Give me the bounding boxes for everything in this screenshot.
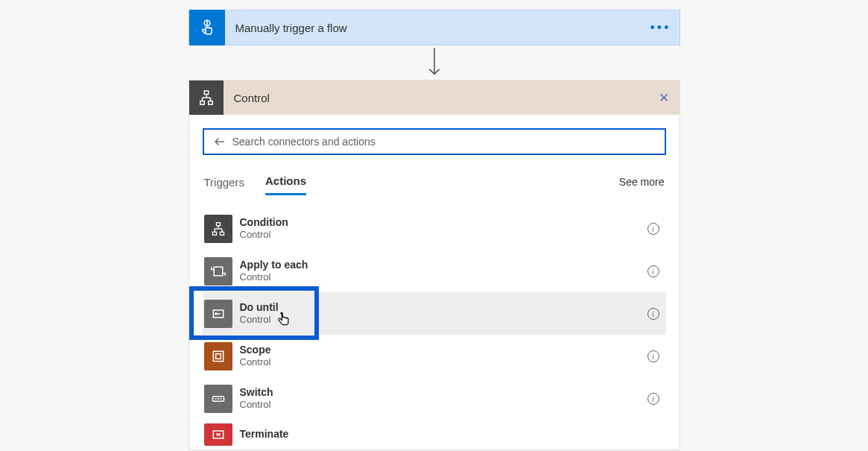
- info-icon[interactable]: i: [642, 307, 665, 321]
- tab-triggers[interactable]: Triggers: [204, 170, 244, 195]
- svg-rect-2: [204, 91, 209, 95]
- switch-icon: [204, 385, 232, 413]
- action-name: Condition: [240, 216, 642, 230]
- action-name: Do until: [240, 301, 642, 315]
- trigger-card[interactable]: Manually trigger a flow •••: [189, 10, 680, 45]
- action-do-until[interactable]: Do until Control i: [203, 292, 666, 335]
- svg-point-25: [220, 397, 221, 399]
- control-connector-icon: [189, 81, 224, 115]
- tabs: Triggers Actions See more: [203, 168, 666, 195]
- search-box[interactable]: [203, 128, 666, 155]
- action-name: Apply to each: [240, 259, 642, 272]
- action-connector: Control: [240, 314, 642, 326]
- svg-rect-20: [213, 351, 223, 361]
- info-icon[interactable]: i: [642, 392, 665, 406]
- svg-rect-17: [214, 267, 223, 276]
- see-more-link[interactable]: See more: [619, 176, 665, 188]
- action-name: Terminate: [240, 428, 665, 441]
- cursor-pointer-icon: [277, 312, 291, 328]
- panel-header: Control ✕: [189, 81, 679, 115]
- close-icon[interactable]: ✕: [648, 90, 679, 106]
- svg-rect-10: [216, 222, 220, 225]
- search-input[interactable]: [228, 136, 657, 148]
- connector-arrow-icon: [189, 45, 680, 80]
- panel-title: Control: [224, 92, 648, 104]
- action-terminate[interactable]: Terminate: [203, 420, 666, 450]
- scope-icon: [204, 342, 232, 370]
- action-condition[interactable]: Condition Control i: [203, 207, 666, 250]
- action-name: Scope: [240, 344, 642, 357]
- svg-point-24: [217, 397, 218, 399]
- action-scope[interactable]: Scope Control i: [203, 335, 666, 377]
- terminate-icon: [204, 423, 232, 446]
- action-connector: Control: [240, 399, 642, 411]
- do-until-icon: [204, 300, 232, 328]
- svg-rect-12: [220, 232, 224, 235]
- action-connector: Control: [240, 271, 642, 283]
- svg-rect-11: [212, 232, 216, 235]
- action-name: Switch: [240, 386, 642, 400]
- action-connector: Control: [240, 229, 642, 241]
- info-icon[interactable]: i: [642, 265, 665, 278]
- back-arrow-icon[interactable]: [212, 135, 228, 148]
- trigger-tap-icon: [189, 10, 225, 45]
- control-panel: Control ✕ Triggers Actions See more: [189, 80, 680, 450]
- action-apply-to-each[interactable]: Apply to each Control i: [203, 250, 666, 292]
- trigger-menu-button[interactable]: •••: [642, 20, 679, 36]
- info-icon[interactable]: i: [642, 222, 665, 236]
- apply-to-each-icon: [204, 257, 232, 286]
- action-switch[interactable]: Switch Control i: [203, 377, 666, 420]
- action-connector: Control: [240, 356, 642, 368]
- condition-icon: [204, 215, 232, 243]
- info-icon[interactable]: i: [642, 350, 665, 363]
- svg-rect-3: [200, 101, 204, 105]
- svg-rect-21: [215, 353, 221, 359]
- svg-point-23: [215, 397, 216, 399]
- tab-actions[interactable]: Actions: [265, 168, 306, 195]
- trigger-title: Manually trigger a flow: [225, 22, 642, 34]
- svg-rect-4: [208, 101, 212, 105]
- action-list: Condition Control i Apply to eac: [203, 207, 666, 450]
